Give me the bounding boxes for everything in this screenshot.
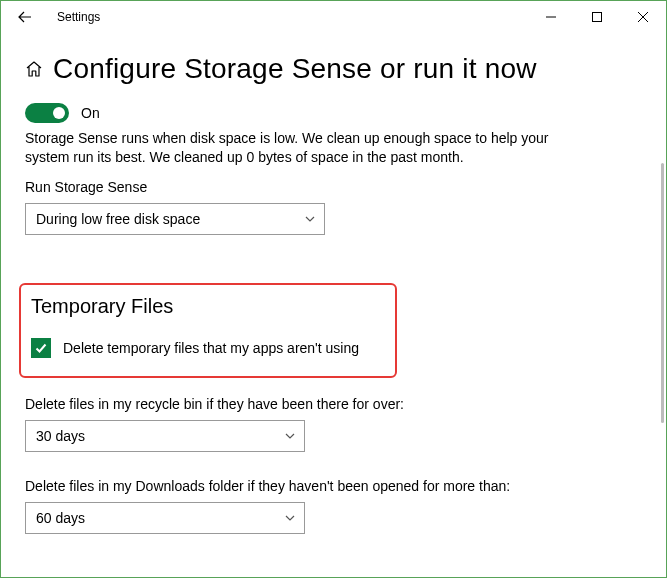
page-heading-row: Configure Storage Sense or run it now (25, 53, 642, 85)
recycle-bin-label: Delete files in my recycle bin if they h… (25, 396, 642, 412)
storage-sense-toggle[interactable] (25, 103, 69, 123)
delete-temp-files-checkbox[interactable] (31, 338, 51, 358)
maximize-icon (592, 12, 602, 22)
close-icon (638, 12, 648, 22)
checkmark-icon (34, 341, 48, 355)
close-button[interactable] (620, 1, 666, 33)
run-storage-sense-dropdown[interactable]: During low free disk space (25, 203, 325, 235)
content-area: Configure Storage Sense or run it now On… (1, 33, 666, 577)
temporary-files-highlight: Temporary Files Delete temporary files t… (19, 283, 397, 378)
window-controls (528, 1, 666, 33)
delete-temp-files-label: Delete temporary files that my apps aren… (63, 340, 359, 356)
downloads-section: Delete files in my Downloads folder if t… (25, 478, 642, 534)
scrollbar-thumb[interactable] (661, 163, 664, 423)
page-title: Configure Storage Sense or run it now (53, 53, 537, 85)
downloads-dropdown[interactable]: 60 days (25, 502, 305, 534)
delete-temp-files-row: Delete temporary files that my apps aren… (31, 338, 385, 358)
settings-window: Settings (0, 0, 667, 578)
window-title: Settings (57, 10, 100, 24)
recycle-bin-dropdown[interactable]: 30 days (25, 420, 305, 452)
chevron-down-icon (284, 512, 296, 524)
run-dropdown-value: During low free disk space (36, 211, 200, 227)
minimize-button[interactable] (528, 1, 574, 33)
storage-sense-description: Storage Sense runs when disk space is lo… (25, 129, 585, 167)
back-arrow-icon (17, 9, 33, 25)
chevron-down-icon (284, 430, 296, 442)
downloads-label: Delete files in my Downloads folder if t… (25, 478, 642, 494)
recycle-bin-section: Delete files in my recycle bin if they h… (25, 396, 642, 452)
downloads-dropdown-value: 60 days (36, 510, 85, 526)
svg-rect-0 (593, 13, 602, 22)
toggle-knob (53, 107, 65, 119)
maximize-button[interactable] (574, 1, 620, 33)
titlebar: Settings (1, 1, 666, 33)
back-button[interactable] (9, 1, 41, 33)
chevron-down-icon (304, 213, 316, 225)
minimize-icon (546, 12, 556, 22)
home-icon (25, 60, 43, 78)
storage-sense-toggle-row: On (25, 103, 642, 123)
temporary-files-heading: Temporary Files (31, 295, 385, 318)
recycle-dropdown-value: 30 days (36, 428, 85, 444)
storage-sense-toggle-label: On (81, 105, 100, 121)
run-storage-sense-label: Run Storage Sense (25, 179, 642, 195)
